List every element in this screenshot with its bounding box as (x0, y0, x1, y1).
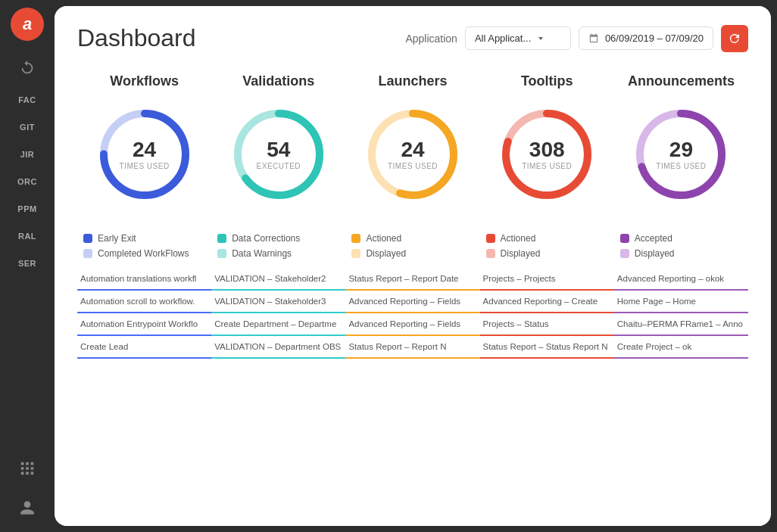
list-item[interactable]: Advanced Reporting – Fields (345, 313, 479, 336)
metric-label-3: TIMES USED (522, 162, 572, 170)
metric-number-1: 54 (257, 139, 301, 160)
list-item[interactable]: Automation Entrypoint Workflo (77, 313, 211, 336)
refresh-icon[interactable] (11, 51, 44, 85)
list-item[interactable]: Advanced Reporting – Create (480, 291, 614, 313)
list-item[interactable]: Projects – Projects (480, 268, 614, 291)
legend-dot (83, 249, 92, 258)
legend-label: Data Warnings (232, 248, 292, 259)
legend-dot (486, 249, 495, 258)
sidebar: a FAC GIT JIR ORC PPM RAL SER (0, 0, 55, 532)
list-item[interactable]: Automation translations workfl (77, 268, 211, 291)
metric-col-2: Launchers 24 TIMES USED (345, 73, 479, 207)
legend-item: Displayed (486, 248, 608, 259)
legend-label: Displayed (366, 248, 406, 259)
legend-dot (486, 234, 495, 243)
list-item[interactable]: VALIDATION – Department OBS (211, 336, 345, 359)
metric-title-1: Validations (242, 73, 314, 89)
metric-col-1: Validations 54 EXECUTED (211, 73, 345, 207)
list-item[interactable]: Automation scroll to workflow. (77, 291, 211, 313)
list-col-4: Advanced Reporting – okokHome Page – Hom… (614, 268, 748, 359)
application-label: Application (405, 33, 457, 45)
sidebar-item-jir[interactable]: JIR (8, 142, 46, 166)
donut-chart-4: 29 TIMES USED (628, 101, 734, 207)
sidebar-item-git[interactable]: GIT (8, 115, 46, 139)
donut-chart-2: 24 TIMES USED (360, 101, 466, 207)
donut-chart-1: 54 EXECUTED (226, 101, 332, 207)
list-item[interactable]: Create Project – ok (614, 336, 748, 359)
legend-item: Accepted (620, 233, 742, 244)
legend-label: Accepted (635, 233, 672, 244)
legend-col-2: ActionedDisplayed (345, 226, 479, 259)
metrics-row: Workflows 24 TIMES USED Validations 54 E… (77, 73, 748, 207)
metric-number-4: 29 (656, 139, 706, 160)
refresh-button[interactable] (721, 25, 748, 52)
sidebar-item-ral[interactable]: RAL (8, 224, 46, 248)
legends-area: Early ExitCompleted WorkFlowsData Correc… (77, 226, 748, 259)
list-col-1: VALIDATION – Stakeholder2VALIDATION – St… (211, 268, 345, 359)
list-col-3: Projects – ProjectsAdvanced Reporting – … (480, 268, 614, 359)
legend-dot (83, 234, 92, 243)
date-range-picker[interactable]: 06/09/2019 – 07/09/20 (579, 26, 713, 50)
list-item[interactable]: Status Report – Status Report N (480, 336, 614, 359)
legend-col-4: AcceptedDisplayed (614, 226, 748, 259)
legend-label: Actioned (366, 233, 401, 244)
sidebar-item-orc[interactable]: ORC (8, 170, 46, 194)
list-item[interactable]: Projects – Status (480, 313, 614, 336)
list-item[interactable]: VALIDATION – Stakeholder2 (211, 268, 345, 291)
metric-number-0: 24 (120, 139, 170, 160)
metric-number-3: 308 (522, 139, 572, 160)
legend-item: Actioned (486, 233, 608, 244)
grid-icon[interactable] (11, 452, 44, 485)
list-item[interactable]: Advanced Reporting – Fields (345, 291, 479, 313)
legend-col-3: ActionedDisplayed (480, 226, 614, 259)
legend-item: Completed WorkFlows (83, 248, 205, 259)
legend-label: Early Exit (98, 233, 136, 244)
legend-item: Early Exit (83, 233, 205, 244)
metric-label-2: TIMES USED (388, 162, 438, 170)
legend-item: Displayed (351, 248, 473, 259)
dashboard-header: Dashboard Application All Applicat... 06… (77, 24, 748, 52)
list-item[interactable]: VALIDATION – Stakeholder3 (211, 291, 345, 313)
metric-col-4: Announcements 29 TIMES USED (614, 73, 748, 207)
list-col-2: Status Report – Report DateAdvanced Repo… (345, 268, 479, 359)
legend-item: Data Warnings (217, 248, 339, 259)
logo-letter: a (23, 14, 32, 34)
date-range-value: 06/09/2019 – 07/09/20 (605, 33, 704, 44)
sidebar-item-ppm[interactable]: PPM (8, 197, 46, 221)
legend-dot (620, 234, 629, 243)
list-item[interactable]: Status Report – Report Date (345, 268, 479, 291)
legend-item: Actioned (351, 233, 473, 244)
legend-label: Displayed (501, 248, 541, 259)
metric-number-2: 24 (388, 139, 438, 160)
metric-title-2: Launchers (378, 73, 447, 89)
metric-label-4: TIMES USED (656, 162, 706, 170)
list-item[interactable]: Chaitu–PERMA FRame1 – Anno (614, 313, 748, 336)
list-col-0: Automation translations workflAutomation… (77, 268, 211, 359)
lists-area: Automation translations workflAutomation… (77, 268, 748, 359)
header-controls: Application All Applicat... 06/09/2019 –… (405, 25, 748, 52)
app-logo[interactable]: a (11, 8, 44, 41)
list-item[interactable]: Create Department – Departme (211, 313, 345, 336)
user-avatar[interactable] (11, 491, 44, 524)
legend-dot (217, 234, 226, 243)
legend-label: Displayed (635, 248, 675, 259)
list-item[interactable]: Advanced Reporting – okok (614, 268, 748, 291)
legend-dot (351, 249, 360, 258)
legend-label: Completed WorkFlows (98, 248, 189, 259)
list-item[interactable]: Home Page – Home (614, 291, 748, 313)
application-select[interactable]: All Applicat... (465, 26, 571, 50)
donut-chart-0: 24 TIMES USED (92, 101, 198, 207)
legend-label: Data Corrections (232, 233, 300, 244)
sidebar-item-ser[interactable]: SER (8, 251, 46, 275)
metric-title-4: Announcements (628, 73, 735, 89)
sidebar-item-fac[interactable]: FAC (8, 88, 46, 112)
list-item[interactable]: Status Report – Report N (345, 336, 479, 359)
main-content: Dashboard Application All Applicat... 06… (55, 6, 771, 526)
legend-dot (351, 234, 360, 243)
metric-title-0: Workflows (110, 73, 179, 89)
legend-col-0: Early ExitCompleted WorkFlows (77, 226, 211, 259)
app-select-value: All Applicat... (475, 33, 531, 44)
list-item[interactable]: Create Lead (77, 336, 211, 359)
legend-col-1: Data CorrectionsData Warnings (211, 226, 345, 259)
legend-label: Actioned (501, 233, 536, 244)
